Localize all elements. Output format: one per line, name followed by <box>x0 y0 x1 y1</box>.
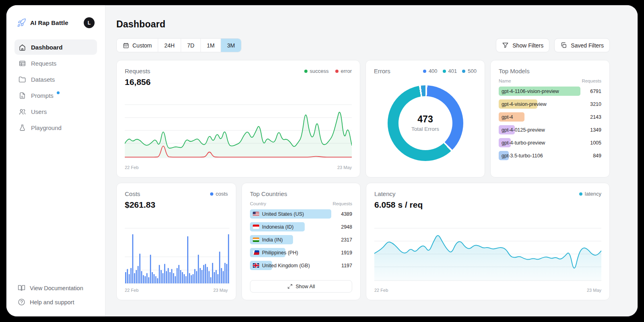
sidebar-item-dashboard[interactable]: Dashboard <box>14 39 97 55</box>
requests-chart: 22 Feb 23 May <box>125 101 352 170</box>
country-list: United States (US) 4389 Indonesia (ID) 2… <box>250 209 352 270</box>
legend-item: 400 <box>423 68 438 74</box>
sidebar-item-view-documentation[interactable]: View Documentation <box>18 284 94 292</box>
sidebar-item-help-support[interactable]: Help and support <box>18 298 94 306</box>
donut-center: 473 Total Errors <box>398 96 452 150</box>
sidebar-item-requests[interactable]: Requests <box>14 56 97 71</box>
calendar-icon <box>123 42 129 49</box>
model-name: gpt-4-vision-preview <box>499 101 547 107</box>
costs-chart: 22 Feb 23 May <box>125 225 228 293</box>
country-name: United States (US) <box>250 211 304 217</box>
country-flag-icon <box>253 250 259 255</box>
country-flag-icon <box>253 212 259 216</box>
country-requests: 1919 <box>331 250 352 256</box>
country-flag-icon <box>253 263 259 268</box>
country-row: United Kingdom (GB) 1197 <box>250 261 352 270</box>
flask-icon <box>19 124 26 132</box>
legend-item: costs <box>210 191 228 197</box>
legend-item: error <box>335 68 352 74</box>
x-axis-end: 23 May <box>213 288 228 293</box>
toolbar: Custom24H7D1M3M Show Filters Saved Filte… <box>116 38 610 52</box>
legend-item: 500 <box>462 68 477 74</box>
errors-legend: 400401500 <box>423 68 477 74</box>
latency-value: 6.058 s / req <box>374 200 601 210</box>
sidebar-footer: View Documentation Help and support <box>14 284 97 306</box>
sidebar-item-datasets[interactable]: Datasets <box>14 72 97 87</box>
country-name: United Kingdom (GB) <box>250 263 310 268</box>
sidebar-item-label: Dashboard <box>31 44 62 51</box>
country-row: United States (US) 4389 <box>250 209 352 219</box>
model-list: gpt-4-1106-vision-preview 6791 gpt-4-vis… <box>499 87 601 160</box>
rocket-logo-icon <box>17 18 26 27</box>
model-row: gpt-4-0125-preview 1349 <box>499 125 601 134</box>
country-flag-icon <box>253 237 259 242</box>
model-name: gpt-4-0125-preview <box>499 127 545 133</box>
time-range-3m[interactable]: 3M <box>221 39 241 52</box>
model-row: gpt-4-1106-vision-preview 6791 <box>499 87 601 96</box>
model-requests: 6791 <box>580 89 601 94</box>
funnel-icon <box>502 42 509 49</box>
x-axis-start: 22 Feb <box>125 288 138 293</box>
help-icon <box>18 298 25 306</box>
column-header-requests: Requests <box>332 201 352 206</box>
sidebar-nav: DashboardRequestsDatasetsPromptsUsersPla… <box>14 39 97 135</box>
page-title: Dashboard <box>116 19 638 30</box>
top-models-card: Top Models Name Requests gpt-4-1106-visi… <box>490 60 610 178</box>
table-icon <box>19 60 26 67</box>
time-range-7d[interactable]: 7D <box>181 39 200 52</box>
legend-item: success <box>304 68 329 74</box>
home-icon <box>19 43 26 51</box>
sidebar: AI Rap Battle L DashboardRequestsDataset… <box>6 5 105 316</box>
x-axis-start: 22 Feb <box>125 165 138 170</box>
model-requests: 3210 <box>580 101 601 107</box>
errors-donut-chart: 473 Total Errors <box>374 76 477 170</box>
country-row: Indonesia (ID) 2948 <box>250 222 352 231</box>
legend-dot-icon <box>462 70 465 73</box>
costs-legend: costs <box>210 191 228 197</box>
time-range-custom[interactable]: Custom <box>117 39 158 52</box>
sidebar-item-users[interactable]: Users <box>14 104 97 119</box>
legend-item: latency <box>579 191 601 197</box>
sidebar-item-label: Playground <box>31 124 62 131</box>
legend-dot-icon <box>443 70 446 73</box>
column-header-country: Country <box>250 201 266 206</box>
total-errors-label: Total Errors <box>411 126 439 132</box>
legend-dot-icon <box>579 192 582 196</box>
avatar[interactable]: L <box>84 17 95 28</box>
users-icon <box>19 108 26 116</box>
sidebar-item-label: Prompts <box>31 92 54 99</box>
copy-icon <box>560 42 567 49</box>
card-title: Latency <box>374 190 396 197</box>
saved-filters-button[interactable]: Saved Filters <box>554 38 610 52</box>
model-row: gpt-4 2143 <box>499 112 601 122</box>
time-range-1m[interactable]: 1M <box>200 39 221 52</box>
sidebar-item-prompts[interactable]: Prompts <box>14 88 97 103</box>
show-filters-label: Show Filters <box>512 42 543 49</box>
card-title: Costs <box>125 190 140 197</box>
latency-legend: latency <box>579 191 601 197</box>
logo-row: AI Rap Battle L <box>14 17 97 28</box>
time-range-selector: Custom24H7D1M3M <box>116 38 242 52</box>
time-range-24h[interactable]: 24H <box>158 39 181 52</box>
column-header-name: Name <box>499 78 511 83</box>
card-title: Top Models <box>499 68 530 74</box>
legend-dot-icon <box>335 70 339 73</box>
file-icon <box>19 92 26 99</box>
latency-card: Latency latency 6.058 s / req <box>366 183 610 300</box>
show-all-button[interactable]: Show All <box>250 280 352 293</box>
cards-grid: Requests successerror 16,856 <box>116 60 610 300</box>
requests-value: 16,856 <box>125 77 352 87</box>
app-name: AI Rap Battle <box>30 19 80 26</box>
model-name: gpt-4 <box>499 114 513 120</box>
show-filters-button[interactable]: Show Filters <box>496 38 549 52</box>
sidebar-item-label: Users <box>31 108 47 115</box>
sidebar-item-playground[interactable]: Playground <box>14 120 97 135</box>
country-requests: 2948 <box>331 224 352 230</box>
country-requests: 4389 <box>331 211 352 217</box>
card-title: Errors <box>374 68 390 74</box>
country-row: India (IN) 2317 <box>250 235 352 244</box>
model-name: gpt-3.5-turbo-1106 <box>499 153 543 159</box>
country-flag-icon <box>253 225 259 229</box>
top-countries-card: Top Countries Country Requests United St… <box>242 183 361 300</box>
donut-ring: 473 Total Errors <box>388 85 463 161</box>
